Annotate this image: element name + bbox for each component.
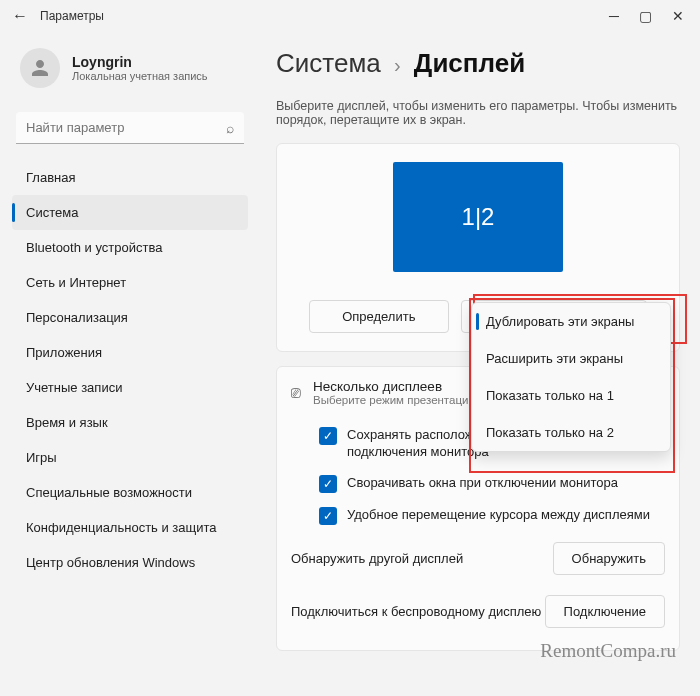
monitor-tile[interactable]: 1|2	[393, 162, 563, 272]
dropdown-item-0[interactable]: Дублировать эти экраны	[472, 303, 670, 340]
checkbox-checked-icon: ✓	[319, 427, 337, 445]
nav-item-6[interactable]: Учетные записи	[12, 370, 248, 405]
search-icon: ⌕	[226, 120, 234, 136]
checkbox-row-cursor[interactable]: ✓ Удобное перемещение курсора между дисп…	[291, 500, 665, 532]
nav-item-2[interactable]: Bluetooth и устройства	[12, 230, 248, 265]
nav-item-9[interactable]: Специальные возможности	[12, 475, 248, 510]
nav-item-0[interactable]: Главная	[12, 160, 248, 195]
nav-item-11[interactable]: Центр обновления Windows	[12, 545, 248, 580]
detect-button[interactable]: Обнаружить	[553, 542, 665, 575]
nav-item-7[interactable]: Время и язык	[12, 405, 248, 440]
account-sub: Локальная учетная запись	[72, 70, 208, 82]
nav-item-8[interactable]: Игры	[12, 440, 248, 475]
nav-item-3[interactable]: Сеть и Интернет	[12, 265, 248, 300]
nav-item-4[interactable]: Персонализация	[12, 300, 248, 335]
minimize-button[interactable]: ─	[609, 8, 619, 24]
breadcrumb: Система › Дисплей	[276, 48, 680, 79]
detect-display-row: Обнаружить другой дисплей Обнаружить	[291, 532, 665, 585]
identify-button[interactable]: Определить	[309, 300, 449, 333]
close-button[interactable]: ✕	[672, 8, 684, 24]
window-title: Параметры	[40, 9, 104, 23]
connect-button[interactable]: Подключение	[545, 595, 665, 628]
nav-item-10[interactable]: Конфиденциальность и защита	[12, 510, 248, 545]
display-arrangement: 1|2 Определить Дублировать эти экраны Ду…	[276, 143, 680, 352]
section-subtitle: Выберите режим презентации для	[313, 394, 498, 406]
search-input[interactable]	[16, 112, 244, 144]
breadcrumb-current: Дисплей	[414, 48, 525, 78]
checkbox-checked-icon: ✓	[319, 507, 337, 525]
back-button[interactable]: ←	[8, 7, 32, 25]
nav-item-5[interactable]: Приложения	[12, 335, 248, 370]
wireless-display-row: Подключиться к беспроводному дисплею Под…	[291, 585, 665, 638]
account-block[interactable]: Loyngrin Локальная учетная запись	[12, 40, 248, 96]
checkbox-checked-icon: ✓	[319, 475, 337, 493]
chevron-right-icon: ›	[394, 54, 401, 76]
account-name: Loyngrin	[72, 54, 208, 70]
watermark: RemontCompa.ru	[540, 640, 676, 662]
search-box: ⌕	[16, 112, 244, 144]
maximize-button[interactable]: ▢	[639, 8, 652, 24]
dropdown-item-1[interactable]: Расширить эти экраны	[472, 340, 670, 377]
dropdown-item-3[interactable]: Показать только на 2	[472, 414, 670, 451]
section-title: Несколько дисплеев	[313, 379, 498, 394]
breadcrumb-parent[interactable]: Система	[276, 48, 381, 78]
avatar	[20, 48, 60, 88]
display-mode-dropdown: Дублировать эти экраныРасширить эти экра…	[471, 302, 671, 452]
instruction-text: Выберите дисплей, чтобы изменить его пар…	[276, 99, 680, 127]
dropdown-item-2[interactable]: Показать только на 1	[472, 377, 670, 414]
displays-icon: ⎚	[291, 384, 301, 402]
nav-item-1[interactable]: Система	[12, 195, 248, 230]
checkbox-row-minimize[interactable]: ✓ Сворачивать окна при отключении монито…	[291, 468, 665, 500]
